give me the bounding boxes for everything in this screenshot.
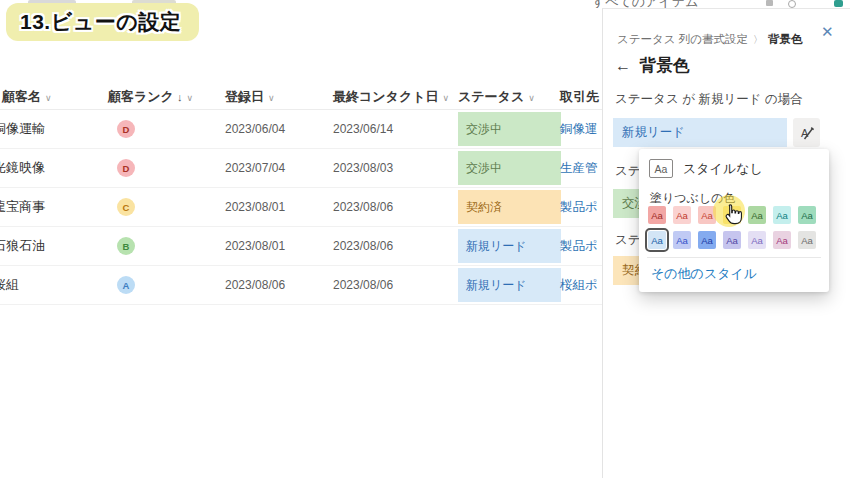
hand-cursor-icon [722,203,744,231]
chevron-down-icon: ∨ [186,93,193,103]
no-style-option[interactable]: Aa スタイルなし [649,159,763,178]
aa-sample-icon: Aa [649,159,673,178]
info-icon [788,0,796,8]
app-root: すべてのアイテム 13.ビューの設定 顧客名∨ 顧客ランク↓∨ 登録日∨ 最終コ… [0,0,850,478]
registered-date: 2023/08/01 [225,227,285,265]
color-swatch-lavender[interactable]: Aa [723,231,741,249]
customer-name: 石狼石油 [0,227,45,265]
column-header-status[interactable]: ステータス∨ [458,88,535,106]
color-swatch-cyan[interactable]: Aa [773,206,791,224]
table-body: 銅像運輸 D 2023/06/04 2023/06/14 交渉中 銅像運 光鏡映… [0,110,602,305]
breadcrumb: ステータス 列の書式設定〉背景色 [617,32,803,47]
all-items-view-label[interactable]: すべてのアイテム [592,0,698,8]
deal-link[interactable]: 銅像運 [560,110,598,148]
chevron-down-icon: ∨ [268,93,275,103]
rank-badge: B [117,237,135,255]
breadcrumb-chevron-icon: 〉 [753,34,763,45]
rank-badge: C [117,198,135,216]
registered-date: 2023/08/01 [225,188,285,226]
chevron-down-icon: ∨ [45,93,52,103]
customer-name: 龍宝商事 [0,188,45,226]
deal-link[interactable]: 製品ポ [560,188,598,226]
table-row[interactable]: 銅像運輸 D 2023/06/04 2023/06/14 交渉中 銅像運 [0,110,602,149]
customer-name: 光鏡映像 [0,149,45,187]
registered-date: 2023/06/04 [225,110,285,148]
table-row[interactable]: 桜組 A 2023/08/06 2023/08/06 新規リード 桜組ポ [0,266,602,305]
format-pen-icon: A [799,125,815,141]
column-header-last-contact[interactable]: 最終コンタクト日∨ [333,88,449,106]
deal-link[interactable]: 桜組ポ [560,266,598,304]
registered-date: 2023/08/06 [225,266,285,304]
panel-title: 背景色 [640,55,690,77]
status-badge: 新規リード [458,229,561,263]
last-contact-date: 2023/08/06 [333,266,393,304]
column-header-registered[interactable]: 登録日∨ [225,88,275,106]
color-swatch-gray[interactable]: Aa [798,231,816,249]
swatch-row-2: Aa Aa Aa Aa Aa Aa Aa [648,231,816,249]
customer-name: 桜組 [0,266,19,304]
color-swatch-lightpurple[interactable]: Aa [748,231,766,249]
toolbar-icon-fragment [766,0,773,6]
last-contact-date: 2023/06/14 [333,110,393,148]
annotation-badge-label: 13.ビューの設定 [20,8,181,36]
color-swatch-lightblue-selected[interactable]: Aa [648,231,666,249]
table-row[interactable]: 龍宝商事 C 2023/08/01 2023/08/06 契約済 製品ポ [0,188,602,227]
color-swatch-mauve[interactable]: Aa [773,231,791,249]
color-swatch-green[interactable]: Aa [748,206,766,224]
column-header-rank[interactable]: 顧客ランク↓∨ [108,88,193,106]
color-swatch-periwinkle[interactable]: Aa [673,231,691,249]
chevron-down-icon: ∨ [443,93,450,103]
deal-link[interactable]: 生産管 [560,149,598,187]
breadcrumb-current: 背景色 [768,33,803,45]
column-header-deal[interactable]: 取引先 [560,88,599,106]
dropdown-divider [647,257,821,258]
breadcrumb-parent[interactable]: ステータス 列の書式設定 [617,33,748,45]
rule-condition: ステータス が 新規リード の場合 [615,91,803,108]
last-contact-date: 2023/08/06 [333,188,393,226]
customer-name: 銅像運輸 [0,110,45,148]
panel-title-row: ← 背景色 [615,55,690,77]
table-row[interactable]: 石狼石油 B 2023/08/01 2023/08/06 新規リード 製品ポ [0,227,602,266]
column-header-name[interactable]: 顧客名∨ [2,88,52,106]
rank-badge: D [117,120,135,138]
status-badge: 新規リード [458,268,561,302]
status-badge: 交渉中 [458,112,561,146]
status-badge: 契約済 [458,190,561,224]
rank-badge: D [117,159,135,177]
color-swatch-red[interactable]: Aa [648,206,666,224]
table-header-row: 顧客名∨ 顧客ランク↓∨ 登録日∨ 最終コンタクト日∨ ステータス∨ 取引先 [0,88,602,110]
color-swatch-blue[interactable]: Aa [698,231,716,249]
last-contact-date: 2023/08/06 [333,227,393,265]
color-swatch-pink[interactable]: Aa [673,206,691,224]
sort-desc-icon: ↓ [177,91,183,103]
format-panel: ✕ ステータス 列の書式設定〉背景色 ← 背景色 ステータス が 新規リード の… [602,8,850,478]
teal-badge-icon [834,0,843,7]
list-view: 顧客名∨ 顧客ランク↓∨ 登録日∨ 最終コンタクト日∨ ステータス∨ 取引先 銅… [0,0,602,478]
no-style-label: スタイルなし [683,160,763,178]
table-row[interactable]: 光鏡映像 D 2023/07/04 2023/08/03 交渉中 生産管 [0,149,602,188]
rank-badge: A [117,276,135,294]
last-contact-date: 2023/08/03 [333,149,393,187]
annotation-badge: 13.ビューの設定 [6,3,199,41]
status-badge: 交渉中 [458,151,561,185]
registered-date: 2023/07/04 [225,149,285,187]
deal-link[interactable]: 製品ポ [560,227,598,265]
back-arrow-icon[interactable]: ← [615,57,631,75]
edit-style-button[interactable]: A [793,118,820,147]
chevron-down-icon: ∨ [528,93,535,103]
rule-value-field[interactable]: 新規リード [613,118,787,147]
more-styles-link[interactable]: その他のスタイル [651,265,757,283]
color-swatch-teal[interactable]: Aa [798,206,816,224]
close-icon[interactable]: ✕ [821,23,834,41]
